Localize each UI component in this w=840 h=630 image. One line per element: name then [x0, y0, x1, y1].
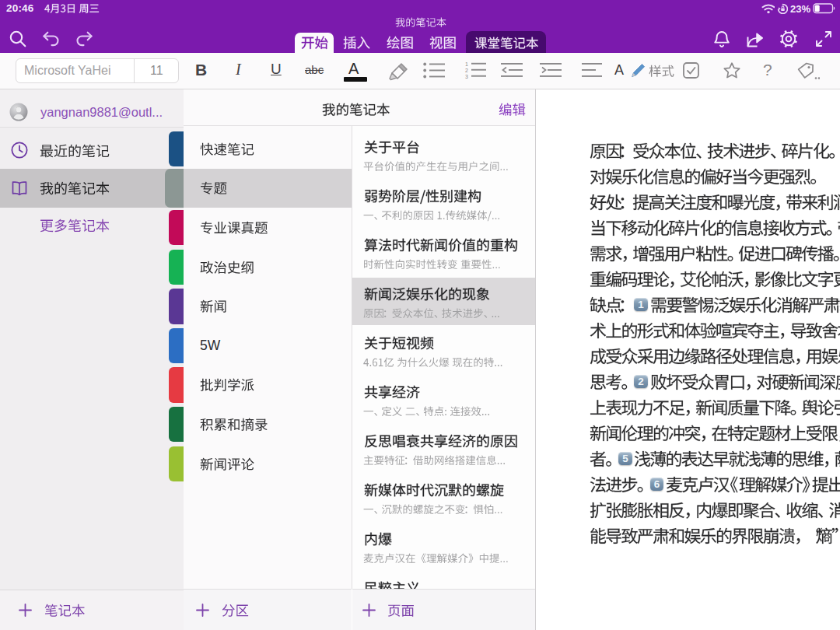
- svg-text:3: 3: [465, 74, 468, 79]
- svg-text:2: 2: [465, 68, 468, 73]
- svg-text:1: 1: [465, 61, 468, 67]
